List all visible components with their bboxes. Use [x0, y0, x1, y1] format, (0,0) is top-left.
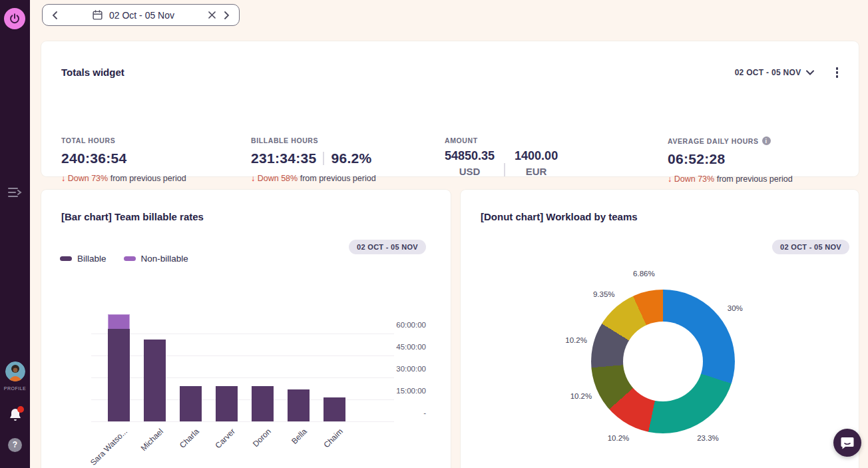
- stat-delta: ↓ Down 73% from previous period: [61, 174, 186, 183]
- down-arrow-icon: ↓: [61, 174, 65, 183]
- amount-eur: 1400.00 EUR: [515, 149, 558, 177]
- stat-billable-hours: BILLABLE HOURS 231:34:35 96.2% ↓ Down 58…: [251, 136, 376, 183]
- y-axis-tick: 15:00:00: [366, 387, 426, 395]
- stat-average-daily-hours: AVERAGE DAILY HOURS i 06:52:28 ↓ Down 73…: [668, 136, 793, 184]
- help-button[interactable]: ?: [8, 438, 22, 452]
- y-axis-tick: 60:00:00: [366, 321, 426, 329]
- chevron-right-icon: [224, 11, 230, 19]
- notifications-button[interactable]: [7, 407, 23, 423]
- donut-slice-label-1: 30%: [712, 304, 758, 312]
- donut-chart-card: [Donut chart] Workload by teams 02 OCT -…: [461, 190, 859, 468]
- bar-5[interactable]: [252, 386, 274, 421]
- stat-label: TOTAL HOURS: [61, 136, 186, 144]
- timer-power-button[interactable]: [4, 8, 25, 29]
- donut-chart-plot: 30%23.3%10.2%10.2%10.2%9.35%6.86%: [461, 190, 859, 468]
- totals-period-value: 02 OCT - 05 NOV: [735, 68, 801, 77]
- close-icon: [208, 11, 216, 19]
- donut-slice-label-3: 10.2%: [595, 434, 642, 442]
- bar-segment-billable: [252, 386, 274, 421]
- bar-segment-billable: [324, 397, 345, 421]
- stat-delta: ↓ Down 58% from previous period: [251, 174, 376, 183]
- y-axis-tick: -: [366, 409, 426, 417]
- bar-6[interactable]: [288, 389, 310, 421]
- gridline: [91, 334, 394, 334]
- next-period-button[interactable]: [220, 9, 234, 22]
- chat-button[interactable]: [833, 429, 861, 457]
- calendar-icon: [92, 9, 103, 21]
- gridline: [91, 377, 394, 378]
- bar-chart-card: [Bar chart] Team billable rates 02 OCT -…: [41, 190, 451, 468]
- donut-slice-label-7: 6.86%: [620, 270, 667, 278]
- bar-4[interactable]: [216, 386, 238, 421]
- stat-value: 231:34:35 96.2%: [251, 150, 376, 166]
- totals-widget-title: Totals widget: [61, 67, 124, 78]
- bar-segment-billable: [144, 340, 166, 421]
- bar-segment-non-billable: [108, 314, 130, 329]
- info-icon[interactable]: i: [762, 136, 771, 145]
- down-arrow-icon: ↓: [251, 174, 255, 183]
- stat-delta: ↓ Down 73% from previous period: [668, 174, 793, 184]
- sidebar-expand-button[interactable]: [7, 186, 24, 200]
- gridline: [91, 355, 394, 356]
- kebab-icon: [836, 67, 839, 70]
- bar-segment-billable: [108, 329, 130, 421]
- stat-label: AVERAGE DAILY HOURS i: [668, 136, 793, 145]
- profile-label: PROFILE: [0, 386, 30, 391]
- prev-period-button[interactable]: [48, 9, 62, 22]
- y-axis-tick: 45:00:00: [366, 343, 426, 351]
- y-axis-tick: 30:00:00: [366, 365, 426, 373]
- bar-chart-plot: 60:00:0045:00:0030:00:0015:00:00-Sara Wa…: [41, 190, 451, 468]
- down-arrow-icon: ↓: [668, 174, 672, 184]
- date-range-value: 02 Oct - 05 Nov: [109, 10, 174, 21]
- donut-slice-label-2: 23.3%: [684, 434, 731, 442]
- currency-divider: [504, 163, 505, 176]
- bar-segment-billable: [216, 386, 238, 421]
- date-range-picker: 02 Oct - 05 Nov: [42, 4, 240, 26]
- stat-total-hours: TOTAL HOURS 240:36:54 ↓ Down 73% from pr…: [61, 136, 186, 183]
- avatar: [5, 361, 25, 381]
- app-root: PROFILE ? 02 Oct - 05 Nov: [0, 0, 868, 468]
- bar-2[interactable]: [144, 340, 166, 421]
- donut-slice-label-5: 10.2%: [553, 336, 600, 344]
- chat-icon: [840, 436, 855, 449]
- stat-label: BILLABLE HOURS: [251, 136, 376, 144]
- chevron-left-icon: [52, 11, 58, 19]
- totals-period-dropdown[interactable]: 02 OCT - 05 NOV: [735, 68, 814, 77]
- power-icon: [9, 13, 21, 25]
- totals-menu-button[interactable]: [834, 65, 841, 80]
- notification-dot: [17, 406, 24, 413]
- chevron-down-icon: [806, 70, 814, 75]
- donut-hole: [623, 322, 703, 401]
- stat-value: 240:36:54: [61, 150, 186, 166]
- gridline: [91, 421, 394, 422]
- stat-amount: AMOUNT 54850.35 USD 1400.00 EUR: [445, 136, 558, 177]
- x-axis-tick: Sara Watso...: [71, 427, 129, 468]
- bar-segment-billable: [288, 389, 310, 421]
- stat-value: 06:52:28: [668, 151, 793, 167]
- totals-widget-card: Totals widget 02 OCT - 05 NOV TOTAL HOUR…: [41, 41, 859, 176]
- bar-1[interactable]: [108, 314, 130, 421]
- bar-3[interactable]: [180, 386, 202, 421]
- donut-slice-label-6: 9.35%: [580, 290, 627, 298]
- date-range-display[interactable]: 02 Oct - 05 Nov: [62, 9, 204, 21]
- sidebar-profile[interactable]: PROFILE: [0, 361, 30, 391]
- sidebar: PROFILE ?: [0, 0, 30, 468]
- clear-date-button[interactable]: [204, 9, 220, 21]
- bar-segment-billable: [180, 386, 202, 421]
- amount-usd: 54850.35 USD: [445, 149, 495, 177]
- bar-7[interactable]: [324, 397, 345, 421]
- expand-sidebar-icon: [7, 186, 23, 198]
- donut-slice-label-4: 10.2%: [558, 392, 604, 400]
- gridline: [91, 399, 394, 400]
- value-divider: [323, 152, 324, 165]
- stat-label: AMOUNT: [445, 136, 558, 144]
- amount-values: 54850.35 USD 1400.00 EUR: [445, 149, 558, 177]
